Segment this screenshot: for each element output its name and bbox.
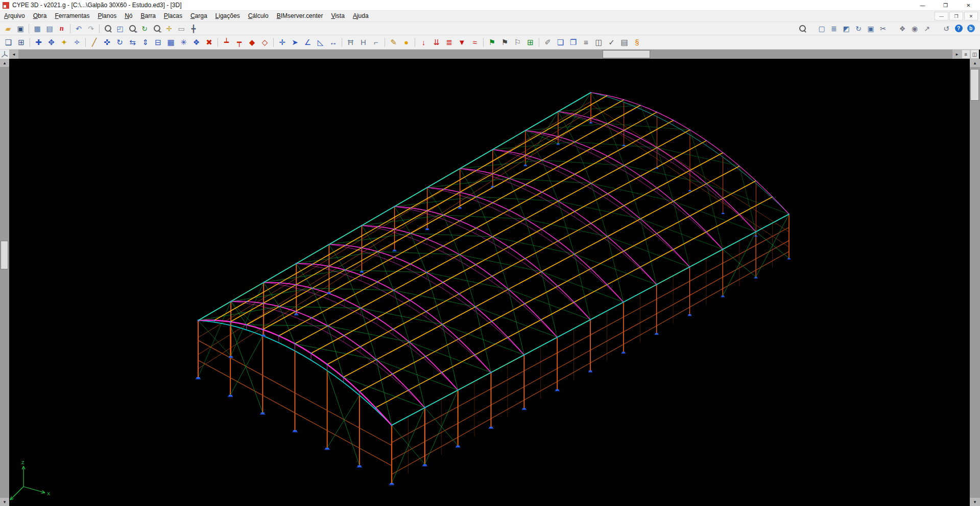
grid-button[interactable]: ▦: [164, 36, 177, 49]
measure-button[interactable]: ╋: [187, 22, 200, 35]
help-button[interactable]: ?: [952, 22, 965, 35]
close-button[interactable]: ✕: [957, 0, 980, 10]
bar-rotate-button[interactable]: ↻: [113, 36, 126, 49]
render-button[interactable]: ❖: [896, 22, 909, 35]
menu-item-vista[interactable]: Vista: [327, 11, 348, 21]
menu-item-no[interactable]: Nó: [121, 11, 136, 21]
left-scroll-up-arrow[interactable]: ▴: [0, 59, 9, 67]
report-button[interactable]: ▤: [618, 36, 631, 49]
update-button[interactable]: ↺: [940, 22, 952, 35]
group-button[interactable]: ❏: [554, 36, 567, 49]
combinations-button[interactable]: ⊞: [524, 36, 537, 49]
joint-button[interactable]: ◇: [258, 36, 271, 49]
bar-divide-button[interactable]: ⊟: [152, 36, 164, 49]
surface-load-button[interactable]: ≣: [443, 36, 456, 49]
redo-button[interactable]: ↷: [85, 22, 97, 35]
mdi-restore-button[interactable]: ❐: [949, 12, 963, 20]
menu-item-carga[interactable]: Carga: [186, 11, 211, 21]
scroll-down-arrow[interactable]: ▾: [970, 498, 980, 506]
orientation-button[interactable]: ➤: [289, 36, 301, 49]
camera-button[interactable]: ◉: [909, 22, 921, 35]
menu-item-obra[interactable]: Obra: [29, 11, 51, 21]
copy-button[interactable]: ❖: [190, 36, 203, 49]
zoom-in-button[interactable]: +: [126, 22, 138, 35]
vertical-scroll-thumb[interactable]: [970, 69, 979, 101]
3d-viewport[interactable]: ZXY: [9, 59, 970, 506]
pin-support-button[interactable]: ┷: [220, 36, 233, 49]
view-diagram-button[interactable]: ◩: [840, 22, 852, 35]
view-solid-button[interactable]: ▣: [865, 22, 877, 35]
bar-stretch-button[interactable]: ⇕: [139, 36, 152, 49]
profile-edit-button[interactable]: H: [357, 36, 370, 49]
minimize-button[interactable]: —: [911, 0, 934, 10]
menu-item-ferramentas[interactable]: Ferramentas: [51, 11, 93, 21]
bar-move-button[interactable]: ✜: [101, 36, 113, 49]
node-new-button[interactable]: ✚: [32, 36, 45, 49]
bar-new-button[interactable]: ╱: [88, 36, 101, 49]
new-view-button[interactable]: ❑: [2, 36, 15, 49]
menu-item-bimserver-center[interactable]: BIMserver.center: [273, 11, 327, 21]
job-data-button[interactable]: ▦: [31, 22, 43, 35]
restore-button[interactable]: ❐: [934, 0, 957, 10]
horizontal-scroll-track[interactable]: [18, 50, 952, 59]
undo-button[interactable]: ↶: [73, 22, 85, 35]
pattern-button[interactable]: ✳: [177, 36, 190, 49]
view-window-button[interactable]: ▢: [816, 22, 828, 35]
bar-mirror-button[interactable]: ⇆: [126, 36, 139, 49]
split-vertical-button[interactable]: ◫: [970, 50, 979, 59]
profile-button[interactable]: Ħ: [344, 36, 357, 49]
check-bars-button[interactable]: ✓: [605, 36, 618, 49]
point-load-button[interactable]: ↓: [417, 36, 430, 49]
layers-button[interactable]: ≡: [580, 36, 592, 49]
view-rotate-button[interactable]: ↻: [852, 22, 865, 35]
buckling-button[interactable]: ◫: [592, 36, 605, 49]
line-load-button[interactable]: ⇊: [430, 36, 443, 49]
slope-button[interactable]: ◺: [314, 36, 327, 49]
bimserver-button[interactable]: b: [965, 22, 977, 35]
vertical-scroll-track[interactable]: [970, 67, 980, 498]
zoom-out-button[interactable]: −: [151, 22, 163, 35]
scroll-left-arrow[interactable]: ◂: [9, 50, 18, 59]
loadcase-edit-button[interactable]: ⚑: [498, 36, 511, 49]
menu-item-planos[interactable]: Planos: [93, 11, 121, 21]
search-button[interactable]: [796, 22, 808, 35]
describe-button[interactable]: ✎: [387, 36, 400, 49]
loadcase-new-button[interactable]: ⚑: [486, 36, 498, 49]
menu-item-placas[interactable]: Placas: [160, 11, 186, 21]
tables-button[interactable]: ▤: [43, 22, 56, 35]
menu-item-barra[interactable]: Barra: [137, 11, 160, 21]
split-horizontal-button[interactable]: ≡: [962, 50, 970, 59]
length-button[interactable]: ↔: [327, 36, 340, 49]
ungroup-button[interactable]: ❐: [567, 36, 580, 49]
material-button[interactable]: ●: [400, 36, 413, 49]
node-align-button[interactable]: ✧: [70, 36, 83, 49]
angle-button[interactable]: ∠: [301, 36, 314, 49]
mdi-close-button[interactable]: ✕: [964, 12, 978, 20]
view-list-button[interactable]: ≣: [828, 22, 840, 35]
open-button[interactable]: ▰: [2, 22, 14, 35]
zoom-window-button[interactable]: ◰: [114, 22, 126, 35]
redraw-button[interactable]: ↻: [138, 22, 151, 35]
bim-link-button[interactable]: §: [631, 36, 643, 49]
release-button[interactable]: ◆: [246, 36, 258, 49]
scroll-up-arrow[interactable]: ▴: [970, 59, 980, 67]
quantities-button[interactable]: n: [56, 22, 68, 35]
menu-item-ajuda[interactable]: Ajuda: [349, 11, 373, 21]
frame-capture-button[interactable]: ▭: [175, 22, 187, 35]
mdi-minimize-button[interactable]: —: [935, 12, 948, 20]
local-axes-button[interactable]: ✛: [276, 36, 289, 49]
menu-item-arquivo[interactable]: Arquivo: [0, 11, 29, 21]
paint-button[interactable]: ✐: [541, 36, 554, 49]
delete-button[interactable]: ✖: [203, 36, 216, 49]
profile-rotate-button[interactable]: ⌐: [370, 36, 383, 49]
left-scroll-down-arrow[interactable]: ▾: [0, 498, 9, 506]
view-cut-button[interactable]: ✂: [877, 22, 889, 35]
loadcase-delete-button[interactable]: ⚐: [511, 36, 524, 49]
pan-button[interactable]: ✛: [163, 22, 175, 35]
zoom-previous-button[interactable]: [102, 22, 114, 35]
views-manager-button[interactable]: ⊞: [15, 36, 28, 49]
fix-support-button[interactable]: ┯: [233, 36, 246, 49]
node-bind-button[interactable]: ✦: [58, 36, 70, 49]
thermal-load-button[interactable]: ≈: [468, 36, 481, 49]
export-view-button[interactable]: ↗: [921, 22, 933, 35]
